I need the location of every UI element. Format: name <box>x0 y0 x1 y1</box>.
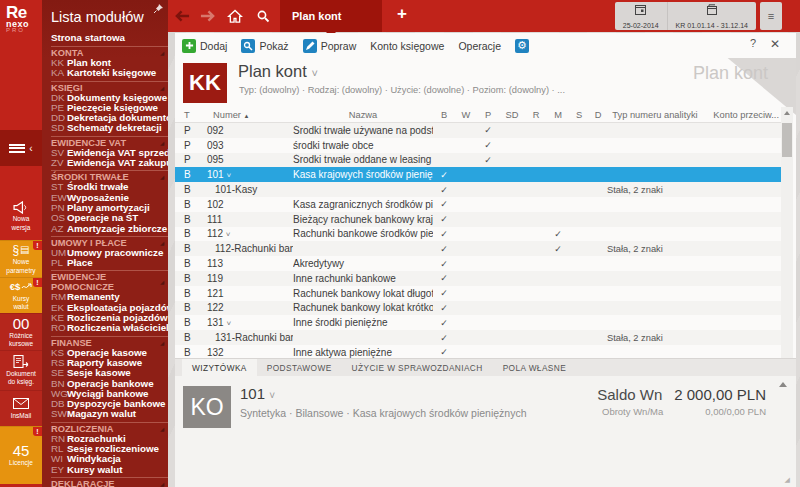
cell-check-b: ✓ <box>433 170 455 180</box>
sidebar-item-ka[interactable]: KAKartoteki księgowe <box>51 68 168 78</box>
megaphone-icon <box>12 200 31 214</box>
tab-podstawowe[interactable]: PODSTAWOWE <box>257 359 342 376</box>
filter-summary[interactable]: Typ: (dowolny) · Rodzaj: (dowolny) · Uży… <box>239 85 565 95</box>
sidebar-item-zv[interactable]: ZVEwidencja VAT zakupu <box>51 158 168 168</box>
rail-item-roznice-kursowe[interactable]: 00Różnicekursowe <box>0 313 42 350</box>
col-header-m[interactable]: M <box>547 110 569 120</box>
tab-wizytówka[interactable]: WIZYTÓWKA <box>182 359 257 376</box>
table-row-131[interactable]: B131 ˅Inne środki pieniężne✓ <box>175 315 783 330</box>
pin-icon[interactable] <box>154 4 163 13</box>
magnifier-icon <box>241 39 255 53</box>
rail-item-nowa-wersja[interactable]: Nowawersja <box>0 192 42 240</box>
expand-icon[interactable]: ˅ <box>226 230 231 239</box>
home-icon[interactable] <box>224 7 246 25</box>
sidebar-item-az[interactable]: AZAmortyzacje zbiorcze <box>51 224 168 234</box>
table-row-112[interactable]: B112 ˅Rachunki bankowe środków pieniężn.… <box>175 227 783 242</box>
sidebar-group-header[interactable]: KSIĘGI◢ <box>51 81 168 93</box>
modules-list-button[interactable]: ‹ <box>0 130 42 166</box>
table-row-092[interactable]: P092Środki trwałe używane na podstawie..… <box>175 123 783 138</box>
collapse-panel-icon[interactable] <box>779 382 787 387</box>
konto-księgowe-button[interactable]: Konto księgowe <box>370 40 444 52</box>
tab-pola-własne[interactable]: POLA WŁASNE <box>493 359 576 376</box>
rail-item-insmail[interactable]: InsMail <box>0 390 42 426</box>
tab-użycie-w-sprawozdaniach[interactable]: UŻYCIE W SPRAWOZDANIACH <box>342 359 493 376</box>
new-tab-button[interactable]: + <box>392 4 412 24</box>
cell-type: B <box>175 258 200 269</box>
rail-item-label: Licencje <box>9 459 33 467</box>
sidebar-item-sd[interactable]: SDSchematy dekretacji <box>51 123 168 133</box>
table-row-102[interactable]: B102Kasa zagranicznych środków pienięż..… <box>175 197 783 212</box>
table-row-122[interactable]: B122Rachunek bankowy lokat krótkoterm...… <box>175 301 783 316</box>
table-row-101[interactable]: B101 ˅Kasa krajowych środków pieniężnych… <box>175 167 783 182</box>
overflow-menu-icon[interactable]: ≡ <box>760 2 782 30</box>
col-header-p[interactable]: P <box>477 110 499 120</box>
sidebar-item-ey[interactable]: EYKursy walut <box>51 465 168 475</box>
rail-item-licencje[interactable]: 45Licencje! <box>0 426 42 484</box>
sidebar-item-se[interactable]: SESesje kasowe <box>51 368 168 378</box>
col-header-b[interactable]: B <box>433 110 455 120</box>
table-row-112-Rachunki-bankowe[interactable]: B112-Rachunki bankowe✓✓Stała, 2 znaki <box>175 241 783 256</box>
account-number-dropdown[interactable]: 101 ˅ <box>240 385 275 402</box>
table-row-119[interactable]: B119Inne rachunki bankowe✓ <box>175 271 783 286</box>
close-view-button[interactable]: ✕ <box>770 37 780 51</box>
rail-item-nowe-parametry[interactable]: §▤Noweparametry! <box>0 240 42 277</box>
sidebar-group-header[interactable]: EWIDENCJE POMOCNICZE◢ <box>51 270 168 292</box>
operacje-button[interactable]: Operacje <box>458 40 501 52</box>
sidebar-item-strona-startowa[interactable]: Strona startowa <box>42 31 168 44</box>
search-icon[interactable] <box>252 7 274 25</box>
sidebar-item-sw[interactable]: SWMagazyn walut <box>51 409 168 419</box>
table-row-113[interactable]: B113Akredytywy✓ <box>175 256 783 271</box>
sidebar-group-header[interactable]: FINANSE◢ <box>51 336 168 348</box>
sidebar-item-ro[interactable]: RORozliczenia właścicielskie <box>51 323 168 333</box>
current-date-selector[interactable]: 25-02-2014 <box>615 2 667 30</box>
sidebar-group-header[interactable]: ROZLICZENIA◢ <box>51 422 168 434</box>
view-title-dropdown[interactable]: Plan kont ˅ <box>238 62 318 81</box>
col-header-r[interactable]: R <box>525 110 547 120</box>
sidebar-item-pl[interactable]: PLPłace <box>51 258 168 268</box>
chevron-down-icon: ˅ <box>269 390 275 401</box>
col-header-numer[interactable]: Numer ▲ <box>200 110 293 120</box>
col-header-nazwa[interactable]: Nazwa <box>293 110 433 120</box>
col-header-s[interactable]: S <box>569 110 589 120</box>
table-row-093[interactable]: P093środki trwałe obce✓ <box>175 138 783 153</box>
gear-button[interactable]: ⚙ <box>515 39 529 53</box>
sidebar-item-code: PL <box>51 258 67 268</box>
app-logo[interactable]: Re nexo PRO <box>0 0 42 34</box>
table-row-131-Rachunki-bankowe[interactable]: B131-Rachunki bankowe✓Stała, 2 znaki <box>175 330 783 345</box>
pokaż-button[interactable]: Pokaż <box>241 39 288 53</box>
tab-plan-kont[interactable]: Plan kont <box>280 0 382 32</box>
forward-icon[interactable] <box>196 7 218 25</box>
table-row-111[interactable]: B111Bieżący rachunek bankowy krajowyc...… <box>175 212 783 227</box>
table-row-101-Kasy[interactable]: B101-Kasy✓Stała, 2 znaki <box>175 182 783 197</box>
col-header-sd[interactable]: SD <box>499 110 525 120</box>
dodaj-button[interactable]: Dodaj <box>182 39 227 53</box>
table-row-095[interactable]: P095Środki trwałe oddane w leasing finan… <box>175 153 783 168</box>
help-button[interactable]: ? <box>750 37 756 49</box>
scrollbar-thumb[interactable] <box>782 123 792 157</box>
rail-item-kursy-walut[interactable]: €$Kursywalut! <box>0 277 42 313</box>
cell-numer: 131-Rachunki bankowe <box>200 332 293 343</box>
resize-handle-icon[interactable]: ◢ <box>785 476 790 484</box>
expand-icon[interactable]: ˅ <box>226 319 231 328</box>
col-header-d[interactable]: D <box>589 110 607 120</box>
sidebar-group-header[interactable]: DEKLARACJE◢ <box>51 477 168 487</box>
back-icon[interactable] <box>171 7 193 25</box>
sidebar-item-code: SE <box>51 368 67 378</box>
sidebar-group-header[interactable]: EWIDENCJE VAT◢ <box>51 136 168 148</box>
module-badge: KK <box>183 63 227 103</box>
col-header-w[interactable]: W <box>455 110 477 120</box>
sort-asc-icon: ▲ <box>243 113 249 119</box>
cell-typ-analityki: Stała, 2 znaki <box>607 244 703 254</box>
popraw-button[interactable]: Popraw <box>303 39 357 53</box>
col-header-konto[interactable]: Konto przeciw... <box>703 110 783 120</box>
period-selector[interactable]: KR 01.01.14 - 31.12.14 <box>667 2 756 30</box>
col-header-typ[interactable]: Typ numeru analityki <box>607 110 703 120</box>
rail-item-dokument-do-ksieg[interactable]: Dokumentdo księg. <box>0 350 42 390</box>
sidebar-title: Lista modułów <box>42 0 168 31</box>
vertical-scrollbar[interactable] <box>781 107 793 389</box>
table-row-121[interactable]: B121Rachunek bankowy lokat długotermi...… <box>175 286 783 301</box>
scroll-up-icon[interactable] <box>784 111 790 115</box>
table-header-row[interactable]: TNumer ▲NazwaBWPSDRMSDTyp numeru anality… <box>175 107 783 123</box>
expand-icon[interactable]: ˅ <box>226 171 231 180</box>
col-header-t[interactable]: T <box>175 110 200 120</box>
